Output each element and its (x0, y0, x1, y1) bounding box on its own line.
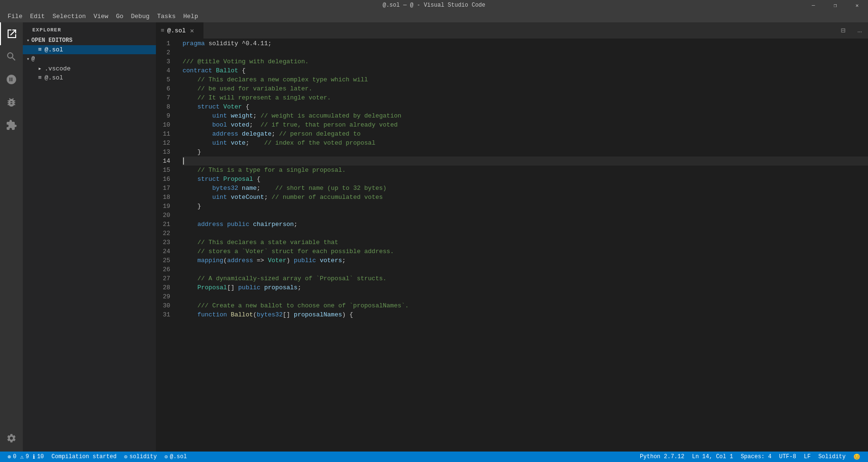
extensions-activity-icon[interactable] (0, 114, 23, 137)
workspace-sol-item[interactable]: ≡ @.sol (23, 73, 156, 82)
editor-scroll[interactable]: 1 2 3 4 5 6 7 8 9 10 11 12 13 14 15 16 1… (156, 39, 868, 452)
errors-warnings-status[interactable]: ⊗ 0 ⚠ 9 ℹ 10 (4, 452, 48, 462)
close-button[interactable]: ✕ (846, 0, 868, 10)
menu-debug[interactable]: Debug (127, 11, 153, 21)
status-bar: ⊗ 0 ⚠ 9 ℹ 10 Compilation started ⊙ solid… (0, 452, 868, 462)
workspace-label: @ (31, 56, 35, 62)
token: vote (231, 138, 245, 147)
token: uint (212, 138, 227, 147)
menu-file[interactable]: File (4, 11, 26, 21)
line-5: 5 (156, 75, 174, 84)
open-editor-sol-item[interactable]: ≡ @.sol (23, 45, 156, 54)
source-control-activity-icon[interactable] (0, 68, 23, 91)
code-line-24: // stores a `Voter` struct for each poss… (183, 247, 868, 256)
code-line-31: function Ballot(bytes32[] proposalNames)… (183, 310, 868, 319)
token: address (212, 129, 238, 138)
token: ; (298, 283, 301, 292)
code-line-2 (183, 48, 868, 57)
code-line-9: uint weight; // weight is accumulated by… (183, 111, 868, 120)
compilation-status[interactable]: Compilation started (48, 452, 120, 462)
token: ; (342, 256, 346, 265)
code-line-23: // This declares a state variable that (183, 238, 868, 247)
token: Proposal (223, 175, 253, 184)
token: // This is a type for a single proposal. (183, 166, 346, 175)
tab-sol-icon: ≡ (161, 27, 164, 34)
menu-tasks[interactable]: Tasks (154, 11, 180, 21)
line-19: 19 (156, 202, 174, 211)
workspace-header[interactable]: ▾ @ (23, 54, 156, 64)
menu-help[interactable]: Help (180, 11, 202, 21)
token: ; (253, 111, 260, 120)
token (223, 220, 227, 229)
code-line-27: // A dynamically-sized array of `Proposa… (183, 274, 868, 283)
token: // short name (up to 32 bytes) (275, 184, 386, 193)
token (227, 120, 231, 129)
menu-selection[interactable]: Selection (48, 11, 89, 21)
python-status[interactable]: Python 2.7.12 (636, 452, 688, 462)
file-sol-status[interactable]: ⊙ @.sol (161, 452, 191, 462)
search-activity-icon[interactable] (0, 45, 23, 68)
token (227, 111, 231, 120)
language-label: Solidity (818, 453, 846, 460)
token (249, 220, 253, 229)
vscode-folder-item[interactable]: ▸ .vscode (23, 64, 156, 73)
feedback-status[interactable]: 😊 (849, 452, 864, 462)
feedback-icon: 😊 (853, 453, 860, 461)
token (183, 111, 212, 120)
tab-sol[interactable]: ≡ @.sol ✕ (156, 22, 203, 39)
menu-go[interactable]: Go (112, 11, 127, 21)
split-editor-button[interactable]: ⊟ (835, 22, 851, 39)
menu-view[interactable]: View (90, 11, 112, 21)
line-18: 18 (156, 193, 174, 202)
token: voteCount (231, 193, 264, 202)
line-11: 11 (156, 129, 174, 138)
token (260, 283, 264, 292)
tab-close-button[interactable]: ✕ (189, 26, 195, 36)
token: // index of the voted proposal (264, 138, 376, 147)
minimize-button[interactable]: — (802, 0, 824, 10)
solidity-circle-icon: ⊙ (124, 453, 127, 461)
sol-file-icon2: ≡ (38, 74, 42, 81)
code-line-16: struct Proposal { (183, 175, 868, 184)
settings-activity-icon[interactable] (0, 427, 23, 450)
code-line-26 (183, 265, 868, 274)
token: ; (246, 138, 264, 147)
token (183, 310, 197, 319)
line-1: 1 (156, 39, 174, 48)
language-status[interactable]: Solidity (814, 452, 849, 462)
code-line-13: } (183, 147, 868, 157)
line-24: 24 (156, 247, 174, 256)
explorer-activity-icon[interactable] (0, 22, 23, 45)
token: proposalNames (294, 310, 342, 319)
token (220, 102, 223, 111)
solidity-status[interactable]: ⊙ solidity (120, 452, 161, 462)
code-area[interactable]: pragma solidity ^0.4.11; /// @title Voti… (179, 39, 868, 452)
code-line-19: } (183, 202, 868, 211)
code-line-4: contract Ballot { (183, 66, 868, 75)
workspace-section: ▾ @ ▸ .vscode ≡ @.sol (23, 54, 156, 82)
menu-edit[interactable]: Edit (26, 11, 48, 21)
file-sol-label: @.sol (170, 453, 187, 460)
token: // This declares a new complex type whic… (183, 75, 368, 84)
line-31: 31 (156, 310, 174, 319)
maximize-button[interactable]: ❐ (824, 0, 846, 10)
position-status[interactable]: Ln 14, Col 1 (688, 452, 737, 462)
line-30: 30 (156, 301, 174, 310)
token: => (253, 256, 268, 265)
tabs-right-controls: ⊟ … (835, 22, 868, 39)
code-line-3: /// @title Voting with delegation. (183, 57, 868, 66)
token (183, 220, 197, 229)
info-icon: ℹ (33, 453, 35, 461)
token: [] (283, 310, 294, 319)
token: public (294, 256, 316, 265)
token: pragma (183, 39, 205, 48)
token (212, 66, 216, 75)
spaces-status[interactable]: Spaces: 4 (737, 452, 775, 462)
open-editors-header[interactable]: ▾ OPEN EDITORS (23, 36, 156, 45)
vscode-folder-label: .vscode (45, 65, 71, 72)
line-ending-status[interactable]: LF (800, 452, 814, 462)
code-line-15: // This is a type for a single proposal. (183, 166, 868, 175)
encoding-status[interactable]: UTF-8 (775, 452, 800, 462)
more-actions-button[interactable]: … (851, 22, 868, 39)
debug-activity-icon[interactable] (0, 91, 23, 114)
